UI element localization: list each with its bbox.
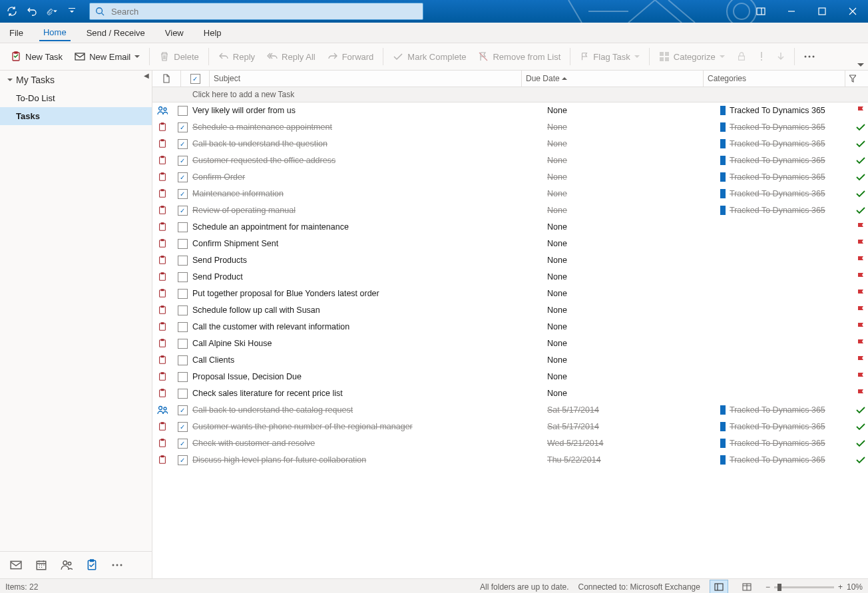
- task-complete-checkbox[interactable]: [172, 272, 192, 282]
- task-flag[interactable]: [853, 439, 868, 447]
- nav-header-my-tasks[interactable]: My Tasks: [0, 71, 152, 89]
- new-task-row[interactable]: Click here to add a new Task: [152, 87, 868, 102]
- task-row[interactable]: Confirm Shipment SentNone: [152, 236, 868, 252]
- task-complete-checkbox[interactable]: [172, 305, 192, 315]
- zoom-slider[interactable]: [774, 586, 834, 588]
- people-module-button[interactable]: [56, 556, 77, 574]
- col-header-flag[interactable]: [845, 71, 868, 87]
- task-row[interactable]: ✓Check with customer and resolveWed 5/21…: [152, 435, 868, 452]
- delete-button[interactable]: Delete: [154, 47, 204, 67]
- nav-collapse-button[interactable]: ◀: [144, 72, 149, 79]
- col-header-due-date[interactable]: Due Date: [522, 71, 704, 87]
- task-complete-checkbox[interactable]: ✓: [172, 206, 192, 216]
- close-button[interactable]: [837, 0, 868, 23]
- calendar-module-button[interactable]: [31, 556, 52, 574]
- task-complete-checkbox[interactable]: [172, 106, 192, 116]
- task-flag[interactable]: [853, 222, 868, 232]
- task-complete-checkbox[interactable]: [172, 389, 192, 399]
- task-complete-checkbox[interactable]: ✓: [172, 156, 192, 166]
- task-flag[interactable]: [853, 190, 868, 198]
- task-row[interactable]: Schedule follow up call with SusanNone: [152, 302, 868, 319]
- task-flag[interactable]: [853, 289, 868, 298]
- task-complete-checkbox[interactable]: [172, 339, 192, 349]
- reply-all-button[interactable]: Reply All: [262, 47, 321, 67]
- new-task-button[interactable]: New Task: [5, 47, 68, 67]
- col-header-subject[interactable]: Subject: [210, 71, 522, 87]
- task-flag[interactable]: [853, 372, 868, 381]
- task-flag[interactable]: [853, 256, 868, 265]
- task-row[interactable]: Call ClientsNone: [152, 352, 868, 369]
- search-input[interactable]: [110, 6, 423, 17]
- task-complete-checkbox[interactable]: [172, 256, 192, 266]
- task-row[interactable]: ✓Customer wants the phone number of the …: [152, 419, 868, 435]
- zoom-in-button[interactable]: +: [838, 582, 843, 592]
- task-row[interactable]: ✓Customer requested the office addressNo…: [152, 152, 868, 169]
- ribbon-display-button[interactable]: [746, 0, 776, 23]
- view-reading-button[interactable]: [738, 580, 756, 593]
- ribbon-overflow-button[interactable]: [799, 47, 820, 67]
- task-flag[interactable]: [853, 389, 868, 398]
- task-flag[interactable]: [853, 355, 868, 365]
- task-row[interactable]: ✓Review of operating manualNoneTracked T…: [152, 202, 868, 219]
- task-complete-checkbox[interactable]: [172, 355, 192, 365]
- minimize-button[interactable]: [776, 0, 807, 23]
- forward-button[interactable]: Forward: [322, 47, 379, 67]
- tab-help[interactable]: Help: [200, 25, 226, 41]
- col-header-icon[interactable]: [152, 71, 181, 87]
- task-complete-checkbox[interactable]: ✓: [172, 422, 192, 432]
- reply-button[interactable]: Reply: [213, 47, 260, 67]
- task-complete-checkbox[interactable]: ✓: [172, 439, 192, 449]
- nav-item-todo-list[interactable]: To-Do List: [0, 89, 152, 107]
- task-row[interactable]: ✓Call back to understand the questionNon…: [152, 136, 868, 152]
- task-flag[interactable]: [853, 106, 868, 115]
- col-header-complete[interactable]: ✓: [181, 71, 210, 87]
- task-flag[interactable]: [853, 123, 868, 131]
- tab-send-receive[interactable]: Send / Receive: [83, 25, 149, 41]
- task-complete-checkbox[interactable]: [172, 222, 192, 232]
- task-flag[interactable]: [853, 456, 868, 464]
- task-row[interactable]: Send ProductsNone: [152, 252, 868, 269]
- task-row[interactable]: Proposal Issue, Decision DueNone: [152, 369, 868, 385]
- private-button[interactable]: [732, 47, 752, 67]
- modules-overflow-button[interactable]: [107, 556, 128, 574]
- task-flag[interactable]: [853, 173, 868, 181]
- col-header-categories[interactable]: Categories: [704, 71, 845, 87]
- task-complete-checkbox[interactable]: ✓: [172, 139, 192, 149]
- task-complete-checkbox[interactable]: [172, 372, 192, 382]
- task-row[interactable]: Check sales literature for recent price …: [152, 385, 868, 402]
- zoom-out-button[interactable]: −: [765, 582, 770, 592]
- zoom-control[interactable]: − + 10%: [765, 582, 863, 592]
- task-flag[interactable]: [853, 406, 868, 414]
- task-row[interactable]: ✓Maintenance informationNoneTracked To D…: [152, 186, 868, 202]
- tasks-module-button[interactable]: [81, 556, 103, 574]
- task-flag[interactable]: [853, 156, 868, 164]
- task-flag[interactable]: [853, 322, 868, 331]
- task-complete-checkbox[interactable]: [172, 289, 192, 299]
- task-row[interactable]: Send ProductNone: [152, 269, 868, 286]
- task-complete-checkbox[interactable]: ✓: [172, 122, 192, 132]
- nav-item-tasks[interactable]: Tasks: [0, 107, 152, 125]
- tab-view[interactable]: View: [161, 25, 188, 41]
- attach-button[interactable]: [43, 2, 61, 21]
- mark-complete-button[interactable]: Mark Complete: [387, 47, 471, 67]
- task-complete-checkbox[interactable]: [172, 239, 192, 249]
- mail-module-button[interactable]: [5, 556, 27, 574]
- tab-file[interactable]: File: [5, 25, 27, 41]
- task-complete-checkbox[interactable]: ✓: [172, 172, 192, 182]
- new-email-button[interactable]: New Email: [69, 47, 145, 67]
- view-normal-button[interactable]: [710, 580, 728, 593]
- sync-button[interactable]: [3, 2, 21, 21]
- tab-home[interactable]: Home: [39, 25, 71, 41]
- importance-low-button[interactable]: [771, 47, 790, 67]
- task-row[interactable]: ✓Schedule a maintenance appointmentNoneT…: [152, 119, 868, 136]
- task-flag[interactable]: [853, 305, 868, 315]
- task-row[interactable]: Put together proposal for Blue Yonders l…: [152, 286, 868, 302]
- task-row[interactable]: ✓Call back to understand the catalog req…: [152, 402, 868, 419]
- ribbon-expand-button[interactable]: [857, 62, 864, 69]
- task-flag[interactable]: [853, 339, 868, 348]
- task-flag[interactable]: [853, 239, 868, 248]
- task-complete-checkbox[interactable]: ✓: [172, 405, 192, 415]
- task-flag[interactable]: [853, 423, 868, 431]
- categorize-button[interactable]: Categorize: [654, 47, 730, 67]
- task-row[interactable]: Call Alpine Ski HouseNone: [152, 335, 868, 352]
